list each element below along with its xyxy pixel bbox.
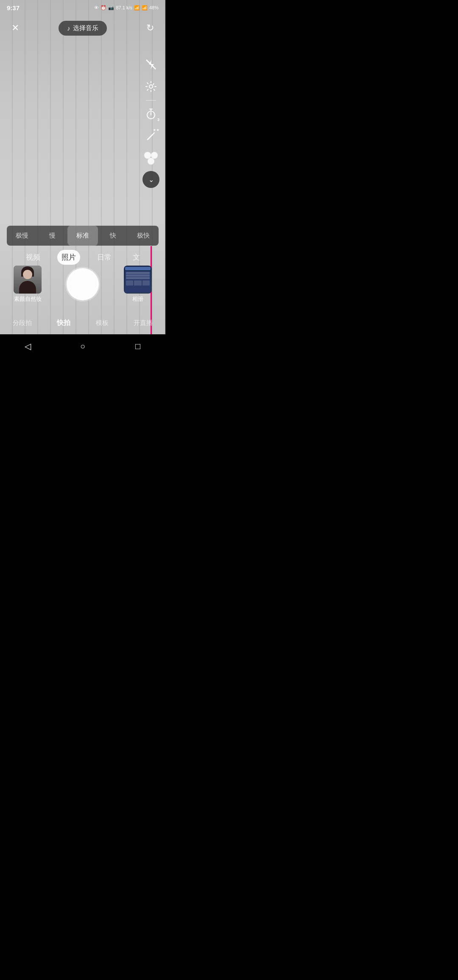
music-label: 选择音乐: [73, 24, 98, 32]
magic-wand-button[interactable]: ✦✦: [142, 127, 160, 146]
battery: 48%: [149, 5, 159, 10]
nav-template[interactable]: 模板: [92, 317, 113, 329]
recents-button[interactable]: □: [128, 337, 147, 356]
filter-gallery[interactable]: 素颜自然妆: [13, 266, 42, 303]
album-thumbnail: [124, 266, 152, 294]
speed-fast[interactable]: 快: [98, 226, 128, 246]
svg-point-1: [149, 85, 153, 88]
svg-line-4: [153, 133, 154, 134]
status-time: 9:37: [7, 4, 20, 11]
close-button[interactable]: ✕: [7, 20, 24, 36]
rotate-camera-button[interactable]: ↻: [142, 20, 159, 36]
back-button[interactable]: ◁: [18, 337, 37, 356]
svg-line-3: [148, 134, 153, 140]
speed-very-fast[interactable]: 极快: [128, 226, 159, 246]
right-controls: 3 ✦✦ ⌄: [142, 55, 160, 188]
camera-viewfinder: [0, 0, 165, 358]
tab-daily[interactable]: 日常: [93, 250, 116, 265]
speed-very-slow[interactable]: 极慢: [7, 226, 37, 246]
timer-button[interactable]: 3: [142, 105, 160, 123]
speed-normal[interactable]: 标准: [67, 226, 98, 246]
beauty-button[interactable]: [142, 149, 160, 168]
bottom-nav: 分段拍 快拍 模板 开直播: [0, 314, 165, 333]
home-button[interactable]: ○: [73, 337, 92, 356]
network-speed: 87.1 k/s: [116, 5, 132, 10]
speed-slow[interactable]: 慢: [37, 226, 68, 246]
album-label: 相册: [132, 295, 143, 303]
expand-button[interactable]: ⌄: [142, 171, 159, 188]
divider: [146, 100, 156, 101]
wifi-icon: 📶: [134, 5, 140, 11]
status-bar: 9:37 👁 ⏰ 📷 87.1 k/s 📶 📶 48%: [0, 0, 165, 15]
album-button[interactable]: 相册: [123, 266, 153, 303]
gallery-thumbnail: [14, 266, 42, 294]
music-select-button[interactable]: ♪ 选择音乐: [59, 21, 107, 36]
tab-photo[interactable]: 照片: [57, 250, 80, 265]
timer-badge: 3: [157, 118, 159, 122]
nav-segmented-shoot[interactable]: 分段拍: [8, 317, 36, 329]
eye-icon: 👁: [94, 5, 99, 10]
camera-icon: 📷: [108, 5, 114, 11]
chevron-down-icon: ⌄: [148, 176, 154, 184]
signal-icon: 📶: [142, 5, 148, 11]
nav-live[interactable]: 开直播: [129, 317, 157, 329]
shutter-button[interactable]: [67, 268, 99, 300]
tab-text[interactable]: 文: [128, 250, 144, 265]
top-bar: ✕ ♪ 选择音乐 ↻: [0, 15, 165, 41]
flash-button[interactable]: [142, 55, 160, 74]
gallery-label: 素颜自然妆: [14, 295, 42, 303]
tab-video[interactable]: 视频: [22, 250, 45, 265]
system-nav-bar: ◁ ○ □: [0, 334, 165, 358]
alarm-icon: ⏰: [101, 5, 106, 11]
viewfinder-lines: [0, 0, 165, 358]
music-note-icon: ♪: [67, 25, 70, 32]
speed-selector: 极慢 慢 标准 快 极快: [7, 226, 159, 246]
status-icons: 👁 ⏰ 📷 87.1 k/s 📶 📶 48%: [94, 5, 159, 11]
settings-button[interactable]: [142, 77, 160, 96]
nav-quick-shoot[interactable]: 快拍: [53, 317, 75, 329]
mode-tabs: 视频 照片 日常 文: [0, 250, 165, 265]
camera-controls: 素颜自然妆 相册: [0, 266, 165, 303]
